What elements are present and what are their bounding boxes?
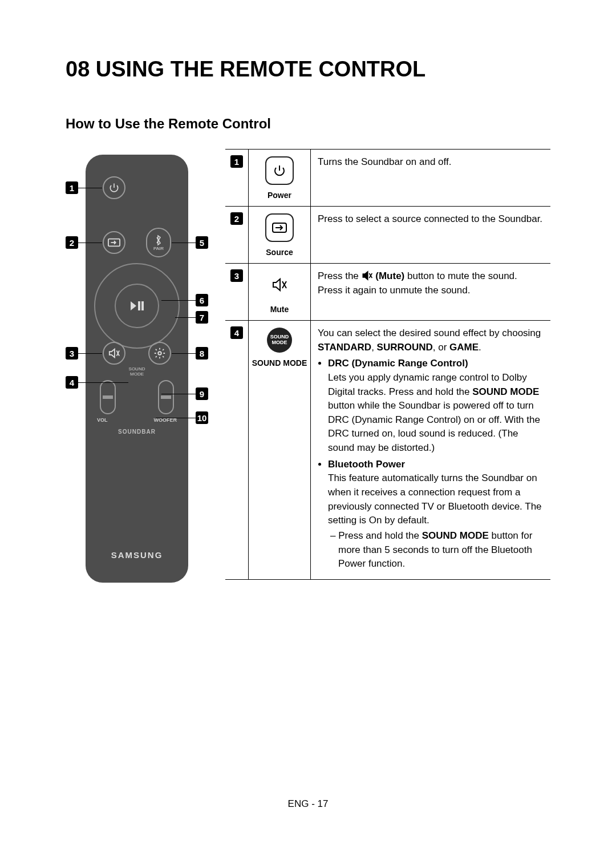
button-description-table: 1 Power Turns the Soundbar on and off. 2…	[225, 149, 550, 583]
remote-diagram: PAIR SOUNDMODE VOL WOOFER SOUN	[66, 149, 208, 583]
table-row: 4 SOUNDMODE SOUND MODE You can select th…	[225, 321, 550, 580]
table-row: 3 Mute Press the (Mute) button to mute t…	[225, 264, 550, 321]
section-heading: How to Use the Remote Control	[66, 116, 550, 132]
callout-4: 4	[66, 376, 78, 389]
power-description: Turns the Soundbar on and off.	[311, 150, 550, 206]
source-icon	[265, 213, 294, 242]
soundbar-label: SOUNDBAR	[118, 429, 156, 435]
row-badge-4: 4	[230, 326, 243, 339]
play-pause-icon	[115, 284, 159, 328]
mute-icon	[103, 342, 125, 365]
table-row: 2 Source Press to select a source connec…	[225, 207, 550, 264]
callout-8: 8	[196, 347, 208, 360]
sound-mode-small-label: SOUNDMODE	[129, 367, 145, 377]
table-row: 1 Power Turns the Soundbar on and off.	[225, 150, 550, 207]
row-badge-1: 1	[230, 155, 243, 168]
page-footer: ENG - 17	[288, 798, 329, 810]
svg-rect-2	[141, 301, 144, 310]
callout-1: 1	[66, 181, 78, 194]
sound-mode-icon: SOUNDMODE	[267, 328, 292, 353]
mute-label: Mute	[270, 305, 289, 314]
callout-2: 2	[66, 236, 78, 249]
callout-3: 3	[66, 347, 78, 360]
callout-5: 5	[196, 236, 208, 249]
callout-9: 9	[196, 387, 208, 400]
source-label: Source	[266, 248, 293, 257]
mute-icon	[265, 270, 294, 299]
source-description: Press to select a source connected to th…	[311, 207, 550, 263]
chapter-heading: 08 USING THE REMOTE CONTROL	[66, 57, 550, 82]
power-icon	[103, 176, 125, 199]
pair-label: PAIR	[153, 246, 164, 251]
sound-mode-label: SOUND MODE	[252, 358, 307, 368]
vol-label: VOL	[97, 417, 108, 423]
pair-icon: PAIR	[146, 228, 171, 257]
brand-label: SAMSUNG	[111, 550, 163, 560]
callout-6: 6	[196, 294, 208, 306]
row-badge-3: 3	[230, 269, 243, 282]
row-badge-2: 2	[230, 212, 243, 225]
power-label: Power	[268, 191, 291, 200]
sound-mode-description: You can select the desired sound effect …	[311, 321, 550, 579]
svg-rect-1	[138, 301, 140, 310]
power-icon	[265, 156, 294, 185]
callout-10: 10	[196, 411, 208, 424]
gear-icon	[148, 342, 171, 365]
callout-7: 7	[196, 311, 208, 324]
source-icon	[103, 231, 125, 254]
svg-point-3	[158, 352, 161, 355]
mute-description: Press the (Mute) button to mute the soun…	[311, 264, 550, 320]
